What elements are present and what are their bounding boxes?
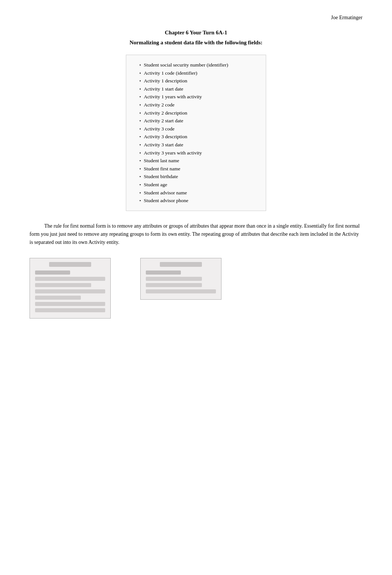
activity-row-1 [146, 277, 202, 281]
field-item: Student advisor phone [140, 197, 258, 205]
field-item: Student last name [140, 157, 258, 165]
field-item: Student birthdate [140, 173, 258, 181]
student-row-2 [35, 283, 91, 287]
student-diagram [30, 258, 111, 319]
author-name: Joe Ermatinger [331, 15, 362, 21]
student-diagram-title [49, 262, 91, 267]
field-item: Activity 3 start date [140, 141, 258, 149]
field-item: Activity 2 code [140, 101, 258, 109]
fields-list: Student social security number (identifi… [140, 61, 258, 205]
student-row-1 [35, 277, 105, 281]
fields-box: Student social security number (identifi… [126, 55, 266, 211]
field-item: Student advisor name [140, 189, 258, 197]
field-item: Activity 1 code (identifier) [140, 69, 258, 77]
activity-diagram-title [160, 262, 202, 267]
diagrams-section [30, 258, 362, 319]
student-row-4 [35, 296, 81, 300]
field-item: Activity 1 years with activity [140, 93, 258, 101]
field-item: Activity 2 start date [140, 117, 258, 125]
field-item: Student age [140, 181, 258, 189]
field-item: Activity 3 years with activity [140, 149, 258, 157]
field-item: Activity 2 description [140, 109, 258, 117]
activity-pk-row [146, 271, 181, 275]
field-item: Activity 3 description [140, 133, 258, 141]
chapter-title: Chapter 6 Your Turn 6A-1 [30, 30, 362, 36]
student-row-3 [35, 289, 105, 293]
student-row-6 [35, 308, 105, 312]
field-item: Student social security number (identifi… [140, 61, 258, 69]
field-item: Student first name [140, 165, 258, 173]
field-item: Activity 1 start date [140, 85, 258, 93]
field-item: Activity 1 description [140, 77, 258, 85]
page: Joe Ermatinger Chapter 6 Your Turn 6A-1 … [0, 0, 392, 575]
body-paragraph: The rule for first normal form is to rem… [30, 222, 362, 247]
activity-diagram [140, 258, 221, 300]
activity-row-3 [146, 289, 216, 293]
subtitle: Normalizing a student data file with the… [30, 40, 362, 46]
field-item: Activity 3 code [140, 125, 258, 133]
activity-row-2 [146, 283, 202, 287]
student-row-5 [35, 302, 105, 306]
student-pk-row [35, 271, 70, 275]
